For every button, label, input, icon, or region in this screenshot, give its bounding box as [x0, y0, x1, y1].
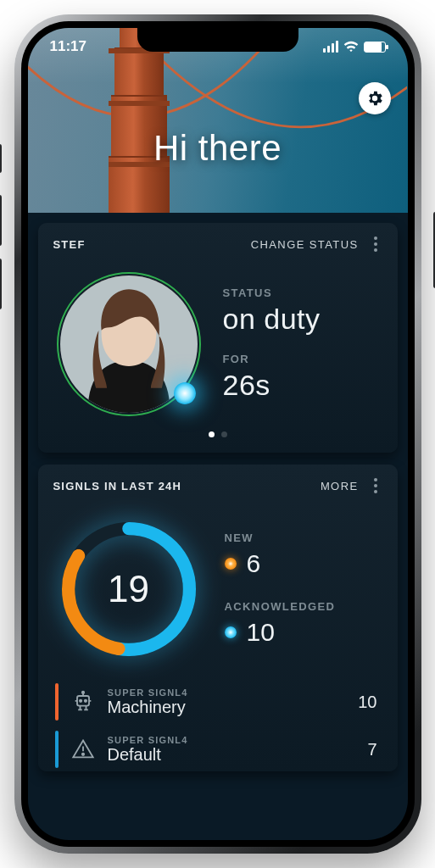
category-list: SUPER SIGNL4Machinery10SUPER SIGNL4Defau…	[53, 680, 382, 771]
new-count: 6	[247, 549, 261, 578]
status-value: on duty	[223, 303, 321, 336]
category-name: Machinery	[108, 698, 347, 717]
change-status-button[interactable]: CHANGE STATUS	[251, 238, 359, 251]
duration-label: FOR	[223, 353, 321, 365]
signals-card-menu-button[interactable]	[369, 478, 382, 493]
status-time: 11:17	[50, 38, 86, 55]
new-dot-icon	[225, 558, 237, 570]
category-name: Default	[108, 745, 356, 765]
more-button[interactable]: MORE	[321, 480, 359, 492]
svg-point-5	[79, 700, 81, 702]
ack-label: ACKNOWLEDGED	[225, 600, 336, 613]
ack-dot-icon	[225, 626, 237, 638]
category-count: 10	[358, 693, 380, 712]
category-row[interactable]: SUPER SIGNL4Machinery10	[53, 680, 382, 724]
device-notch	[137, 28, 298, 52]
svg-point-16	[81, 754, 83, 755]
presence-indicator	[174, 382, 196, 404]
duration-value: 26s	[223, 369, 321, 402]
new-label: NEW	[225, 531, 336, 544]
ack-count: 10	[247, 618, 275, 647]
category-group: SUPER SIGNL4	[108, 735, 356, 745]
user-name: STEF	[53, 238, 86, 251]
signals-total: 19	[57, 517, 201, 661]
signals-card: SIGNLS IN LAST 24H MORE	[38, 465, 398, 771]
signals-title: SIGNLS IN LAST 24H	[53, 480, 182, 492]
svg-point-8	[81, 692, 83, 693]
warning-icon	[70, 737, 96, 762]
user-card-menu-button[interactable]	[369, 236, 382, 252]
avatar[interactable]	[57, 272, 201, 416]
category-group: SUPER SIGNL4	[108, 687, 347, 698]
greeting-text: Hi there	[28, 128, 408, 169]
svg-point-6	[84, 700, 86, 702]
wifi-icon	[343, 41, 359, 53]
category-count: 7	[367, 740, 380, 760]
page-indicator[interactable]	[53, 431, 382, 437]
category-row[interactable]: SUPER SIGNL4Default7	[53, 727, 382, 771]
settings-button[interactable]	[359, 82, 391, 114]
status-label: STATUS	[223, 287, 321, 299]
battery-icon	[364, 42, 386, 53]
robot-icon	[70, 689, 96, 715]
category-accent	[55, 731, 59, 768]
gear-icon	[365, 89, 384, 108]
cellular-icon	[323, 41, 338, 53]
signals-total-ring[interactable]: 19	[57, 517, 201, 661]
app-screen: 11:17	[28, 28, 408, 840]
user-status-card: STEF CHANGE STATUS	[38, 223, 398, 453]
category-accent	[55, 683, 59, 721]
